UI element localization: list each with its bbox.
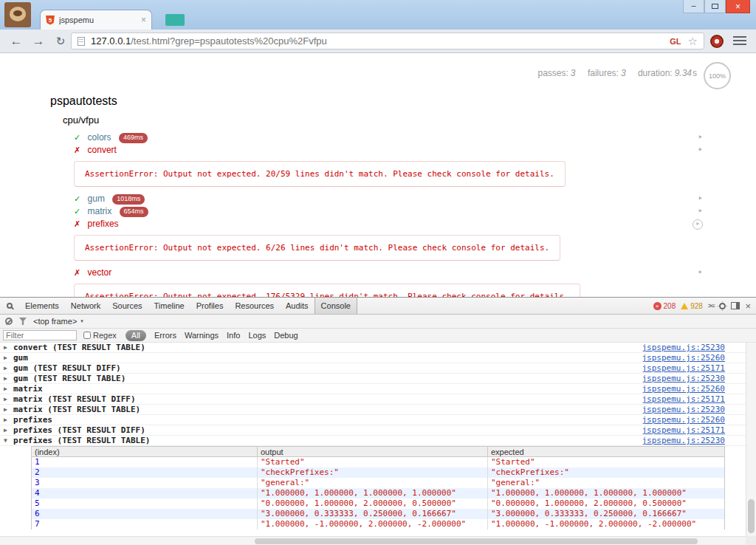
browser-tab[interactable]: 5 jspspemu × bbox=[40, 10, 152, 30]
horizontal-scrollbar-thumb[interactable] bbox=[255, 538, 698, 544]
devtools-tab[interactable]: Audits bbox=[280, 298, 315, 314]
devtools-tab[interactable]: Network bbox=[65, 298, 106, 314]
clear-console-icon[interactable] bbox=[5, 318, 13, 325]
table-header-expected[interactable]: expected bbox=[488, 447, 724, 456]
replay-icon[interactable]: ‣ bbox=[698, 133, 703, 143]
replay-icon[interactable]: ‣ bbox=[693, 219, 703, 230]
replay-icon[interactable]: ‣ bbox=[698, 145, 703, 155]
test-name[interactable]: prefixes bbox=[88, 219, 119, 229]
tab-close-icon[interactable]: × bbox=[141, 16, 146, 24]
console-log-row[interactable]: ▶ prefixes jspspemu.js:25260 bbox=[0, 415, 746, 425]
console-log-row[interactable]: ▶ convert (TEST RESULT TABLE) jspspemu.j… bbox=[0, 343, 746, 353]
source-link[interactable]: jspspemu.js:25230 bbox=[642, 374, 725, 384]
console-log-row[interactable]: ▶ matrix jspspemu.js:25260 bbox=[0, 384, 746, 394]
log-level-filter[interactable]: Logs bbox=[248, 331, 266, 340]
test-list: ✓ colors 469ms ‣ ✗ convert ‣ bbox=[74, 131, 703, 297]
duration-badge: 654ms bbox=[120, 207, 148, 217]
frame-selector[interactable]: <top frame>▾ bbox=[33, 317, 83, 326]
table-header-index[interactable]: (index) bbox=[32, 447, 258, 456]
minimize-button[interactable]: – bbox=[683, 0, 704, 13]
devtools-close-icon[interactable]: × bbox=[745, 301, 751, 311]
log-level-filter[interactable]: All bbox=[126, 330, 146, 341]
disclosure-triangle-icon[interactable]: ▶ bbox=[4, 363, 7, 374]
console-log-row[interactable]: ▶ gum (TEST RESULT DIFF) jspspemu.js:251… bbox=[0, 363, 746, 374]
profile-avatar[interactable] bbox=[4, 2, 31, 27]
bookmark-star-icon[interactable]: ☆ bbox=[688, 35, 698, 47]
progress-value: 100% bbox=[709, 72, 726, 80]
gl-page-action-badge[interactable]: GL bbox=[670, 37, 681, 46]
source-link[interactable]: jspspemu.js:25260 bbox=[642, 415, 725, 425]
new-tab-button[interactable] bbox=[165, 14, 185, 26]
forward-button[interactable]: → bbox=[30, 32, 47, 50]
test-name[interactable]: gum bbox=[88, 193, 105, 204]
disclosure-triangle-icon[interactable]: ▶ bbox=[4, 353, 7, 363]
source-link[interactable]: jspspemu.js:25260 bbox=[642, 384, 725, 394]
disclosure-triangle-icon[interactable]: ▶ bbox=[4, 415, 7, 425]
log-level-filter[interactable]: Warnings bbox=[185, 331, 219, 340]
devtools-tab[interactable]: Profiles bbox=[190, 298, 230, 314]
replay-icon[interactable]: ‣ bbox=[698, 268, 703, 278]
console-log-row[interactable]: ▶ prefixes (TEST RESULT DIFF) jspspemu.j… bbox=[0, 425, 746, 436]
console-log-row[interactable]: ▶ matrix (TEST RESULT TABLE) jspspemu.js… bbox=[0, 405, 746, 415]
source-link[interactable]: jspspemu.js:25171 bbox=[642, 425, 725, 436]
devtools-tab[interactable]: Sources bbox=[106, 298, 148, 314]
replay-icon[interactable]: ‣ bbox=[698, 207, 703, 216]
test-name[interactable]: convert bbox=[88, 145, 117, 155]
source-link[interactable]: jspspemu.js:25260 bbox=[642, 353, 725, 363]
settings-gear-icon[interactable] bbox=[719, 303, 726, 309]
warning-count-badge[interactable]: 928 bbox=[681, 302, 703, 310]
log-level-filter[interactable]: Errors bbox=[154, 331, 176, 340]
console-log-row[interactable]: ▶ gum jspspemu.js:25260 bbox=[0, 353, 746, 363]
subsuite-title[interactable]: cpu/vfpu bbox=[63, 114, 756, 126]
console-drawer-icon[interactable]: >≡ bbox=[708, 302, 715, 309]
disclosure-triangle-icon[interactable]: ▶ bbox=[4, 374, 7, 384]
omnibox[interactable]: 127.0.0.1/test.html?grep=pspautotests%20… bbox=[71, 32, 704, 49]
dock-side-icon[interactable] bbox=[731, 302, 740, 309]
vertical-scrollbar-thumb[interactable] bbox=[748, 499, 755, 533]
disclosure-triangle-icon[interactable]: ▶ bbox=[4, 405, 7, 415]
disclosure-triangle-icon[interactable]: ▶ bbox=[4, 425, 7, 436]
source-link[interactable]: jspspemu.js:25171 bbox=[642, 394, 725, 405]
console-log-row[interactable]: ▼ prefixes (TEST RESULT TABLE) jspspemu.… bbox=[0, 436, 746, 446]
test-name[interactable]: colors bbox=[88, 132, 111, 143]
log-level-filter[interactable]: Debug bbox=[274, 331, 298, 340]
log-level-filter[interactable]: Info bbox=[227, 331, 240, 340]
test-name[interactable]: matrix bbox=[88, 206, 112, 216]
suite-title[interactable]: pspautotests bbox=[50, 95, 756, 108]
menu-icon[interactable] bbox=[733, 36, 746, 46]
error-count-badge[interactable]: ×208 bbox=[653, 302, 676, 310]
back-button[interactable]: ← bbox=[7, 32, 25, 50]
source-link[interactable]: jspspemu.js:25230 bbox=[642, 405, 725, 415]
close-button[interactable]: × bbox=[726, 0, 750, 13]
regex-checkbox[interactable] bbox=[83, 332, 91, 339]
console-filter-input[interactable] bbox=[3, 330, 77, 340]
source-link[interactable]: jspspemu.js:25171 bbox=[642, 363, 725, 374]
table-cell-index: 5 bbox=[32, 498, 258, 509]
devtools-tab[interactable]: Timeline bbox=[148, 298, 190, 314]
devtools-tab[interactable]: Elements bbox=[19, 298, 65, 314]
extension-icon[interactable] bbox=[710, 35, 724, 48]
horizontal-scrollbar[interactable] bbox=[0, 536, 746, 545]
maximize-button[interactable] bbox=[704, 0, 726, 13]
test-name[interactable]: vector bbox=[88, 267, 112, 278]
page-icon[interactable] bbox=[78, 37, 85, 46]
filter-funnel-icon[interactable] bbox=[19, 318, 27, 325]
reload-button[interactable]: ↻ bbox=[52, 32, 69, 50]
regex-toggle[interactable]: Regex bbox=[83, 331, 117, 340]
inspect-element-button[interactable] bbox=[0, 298, 19, 314]
source-link[interactable]: jspspemu.js:25230 bbox=[642, 343, 725, 353]
console-log-row[interactable]: ▶ gum (TEST RESULT TABLE) jspspemu.js:25… bbox=[0, 374, 746, 384]
devtools-tab[interactable]: Console bbox=[315, 298, 357, 314]
disclosure-triangle-icon[interactable]: ▶ bbox=[4, 384, 7, 394]
assertion-error-text: AssertionError: Output not expected. 176… bbox=[74, 284, 580, 297]
log-label: matrix bbox=[13, 384, 43, 394]
disclosure-triangle-icon[interactable]: ▼ bbox=[4, 436, 7, 446]
devtools-tab[interactable]: Resources bbox=[229, 298, 280, 314]
source-link[interactable]: jspspemu.js:25230 bbox=[642, 436, 725, 446]
vertical-scrollbar[interactable] bbox=[746, 343, 756, 536]
disclosure-triangle-icon[interactable]: ▶ bbox=[4, 394, 7, 405]
console-log-row[interactable]: ▶ matrix (TEST RESULT DIFF) jspspemu.js:… bbox=[0, 394, 746, 405]
replay-icon[interactable]: ‣ bbox=[698, 194, 703, 204]
disclosure-triangle-icon[interactable]: ▶ bbox=[4, 343, 7, 353]
table-header-output[interactable]: output bbox=[258, 447, 488, 456]
